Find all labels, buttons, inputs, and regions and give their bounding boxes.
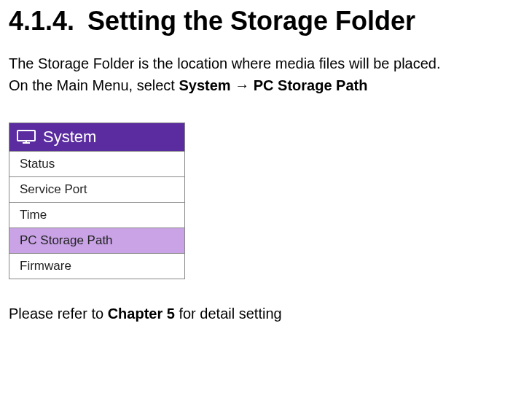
svg-rect-2 (26, 141, 27, 143)
footer-note: Please refer to Chapter 5 for detail set… (9, 306, 504, 322)
section-heading: 4.1.4.Setting the Storage Folder (9, 6, 504, 36)
menu-item-time[interactable]: Time (9, 202, 184, 228)
section-number: 4.1.4. (9, 6, 74, 36)
footer-chapter: Chapter 5 (108, 306, 175, 322)
system-menu: System Status Service Port Time PC Stora… (9, 122, 185, 279)
intro-line2-pre: On the Main Menu, select (9, 77, 179, 93)
arrow-icon: → (235, 77, 249, 93)
intro-line1: The Storage Folder is the location where… (9, 55, 441, 71)
footer-post: for detail setting (175, 306, 282, 322)
menu-item-label: Firmware (20, 259, 71, 273)
menu-item-service-port[interactable]: Service Port (9, 176, 184, 202)
monitor-icon (17, 130, 36, 144)
svg-rect-0 (17, 131, 35, 141)
menu-item-firmware[interactable]: Firmware (9, 253, 184, 279)
nav-system: System (179, 77, 230, 93)
menu-header-label: System (43, 128, 96, 147)
menu-item-label: Service Port (20, 182, 87, 196)
menu-item-label: Time (20, 208, 47, 222)
menu-item-label: PC Storage Path (20, 233, 113, 247)
intro-paragraph: The Storage Folder is the location where… (9, 52, 504, 96)
menu-header-system[interactable]: System (9, 123, 184, 151)
menu-item-pc-storage-path[interactable]: PC Storage Path (9, 228, 184, 253)
footer-pre: Please refer to (9, 306, 108, 322)
section-title: Setting the Storage Folder (87, 6, 415, 36)
menu-item-label: Status (20, 157, 55, 171)
menu-item-status[interactable]: Status (9, 151, 184, 176)
nav-target: PC Storage Path (254, 77, 368, 93)
